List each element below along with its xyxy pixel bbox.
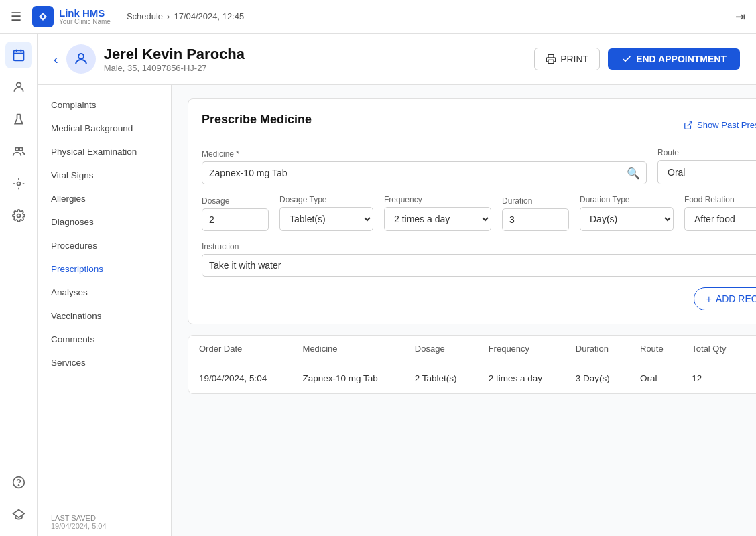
duration-type-label: Duration Type: [580, 195, 674, 204]
cell-duration: 3 Day(s): [565, 362, 629, 394]
dosage-row: Dosage Dosage Type Tablet(s) Capsule(s) …: [202, 195, 756, 231]
col-total-qty: Total Qty: [681, 336, 746, 362]
col-dosage: Dosage: [404, 336, 478, 362]
nav-icon-person[interactable]: [5, 74, 32, 100]
sidebar-item-allergies[interactable]: Allergies: [38, 187, 171, 210]
medicine-label: Medicine *: [202, 149, 647, 159]
duration-type-select[interactable]: Day(s) Week(s) Month(s): [580, 207, 674, 231]
medicine-route-row: Medicine * 🔍 Route Oral IV IM Topical: [202, 148, 756, 184]
instruction-row: Instruction: [202, 242, 756, 277]
cell-order-date: 19/04/2024, 5:04: [188, 362, 292, 394]
svg-point-6: [15, 147, 19, 151]
table-row: 19/04/2024, 5:04 Zapnex-10 mg Tab 2 Tabl…: [188, 362, 756, 394]
nav-icon-calendar[interactable]: [5, 42, 32, 68]
frequency-select[interactable]: Once a day 2 times a day 3 times a day 4…: [384, 207, 491, 231]
svg-point-12: [78, 54, 84, 59]
prescription-table: Order Date Medicine Dosage Frequency Dur…: [188, 335, 756, 394]
sidebar-item-medical-background[interactable]: Medical Background: [38, 117, 171, 140]
hamburger-icon[interactable]: ☰: [11, 9, 21, 24]
end-appointment-label: END APPOINTMENT: [636, 54, 727, 64]
end-appointment-button[interactable]: END APPOINTMENT: [608, 48, 740, 70]
prescribe-header: Prescribe Medicine Show Past Prescriptio…: [202, 113, 756, 137]
nav-icon-gear[interactable]: [5, 202, 32, 229]
last-saved-label: LAST SAVED: [51, 514, 107, 522]
duration-input[interactable]: [502, 208, 569, 231]
nav-icon-graduation[interactable]: [5, 501, 32, 528]
dosage-input[interactable]: [202, 208, 269, 231]
sidebar-item-prescriptions[interactable]: Prescriptions: [38, 257, 171, 281]
cell-dosage: 2 Tablet(s): [404, 362, 478, 394]
cell-frequency: 2 times a day: [478, 362, 565, 394]
route-select[interactable]: Oral IV IM Topical: [657, 160, 756, 184]
add-record-button[interactable]: + ADD RECORD: [694, 287, 756, 310]
medicine-field-group: Medicine * 🔍: [202, 149, 647, 184]
patient-header: ‹ Jerel Kevin Parocha Male, 35, 14097856…: [38, 34, 756, 85]
prescribe-title: Prescribe Medicine: [202, 113, 312, 127]
left-iconbar: [0, 34, 38, 536]
main-layout: ‹ Jerel Kevin Parocha Male, 35, 14097856…: [38, 34, 756, 536]
cell-total-qty: 12: [681, 362, 746, 394]
nav-icon-group[interactable]: [5, 138, 32, 165]
instruction-label: Instruction: [202, 242, 756, 251]
print-button[interactable]: PRINT: [534, 48, 600, 70]
logout-icon[interactable]: ⇥: [735, 10, 745, 23]
content-area: Complaints Medical Background Physical E…: [38, 85, 756, 536]
back-button[interactable]: ‹: [54, 52, 58, 67]
show-past-label: Show Past Prescriptions: [697, 120, 756, 130]
instruction-input[interactable]: [202, 254, 756, 277]
food-relation-select[interactable]: After food Before food With food: [684, 207, 756, 231]
svg-point-5: [16, 82, 21, 87]
add-record-plus-icon: +: [706, 293, 712, 304]
dosage-type-label: Dosage Type: [279, 195, 373, 204]
patient-info: Jerel Kevin Parocha Male, 35, 14097856-H…: [104, 46, 245, 73]
sidebar-item-analyses[interactable]: Analyses: [38, 281, 171, 304]
add-record-row: + ADD RECORD: [202, 287, 756, 310]
add-record-label: ADD RECORD: [716, 293, 756, 304]
nav-icon-tools[interactable]: [5, 170, 32, 197]
col-frequency: Frequency: [478, 336, 565, 362]
route-label: Route: [657, 148, 756, 157]
dosage-label: Dosage: [202, 196, 269, 206]
duration-field-group: Duration: [502, 196, 569, 231]
dosage-type-select[interactable]: Tablet(s) Capsule(s) ml mg: [279, 207, 373, 231]
app-name: Link HMS: [59, 8, 111, 18]
show-past-prescriptions-button[interactable]: Show Past Prescriptions: [684, 120, 756, 130]
svg-point-9: [17, 214, 20, 218]
logo-area: Link HMS Your Clinic Name: [32, 6, 111, 27]
sidebar-item-diagnoses[interactable]: Diagnoses: [38, 210, 171, 234]
duration-type-field-group: Duration Type Day(s) Week(s) Month(s): [580, 195, 674, 231]
main-panel: Prescribe Medicine Show Past Prescriptio…: [172, 85, 756, 536]
food-relation-label: Food Relation: [684, 195, 756, 204]
svg-line-14: [688, 121, 692, 125]
instruction-field-group: Instruction: [202, 242, 756, 277]
app-tagline: Your Clinic Name: [59, 18, 111, 25]
medicine-input-wrap: 🔍: [202, 161, 647, 184]
nav-icon-help[interactable]: [5, 469, 32, 496]
sidebar-item-services[interactable]: Services: [38, 351, 171, 375]
patient-name: Jerel Kevin Parocha: [104, 46, 245, 63]
nav-icon-flask[interactable]: [5, 106, 32, 133]
last-saved: LAST SAVED 19/04/2024, 5:04: [51, 514, 107, 530]
sidebar-item-physical-examination[interactable]: Physical Examination: [38, 140, 171, 163]
patient-header-actions: PRINT END APPOINTMENT: [534, 48, 740, 70]
col-route: Route: [629, 336, 681, 362]
svg-rect-1: [13, 50, 23, 60]
breadcrumb-current: 17/04/2024, 12:45: [174, 11, 244, 21]
dosage-type-field-group: Dosage Type Tablet(s) Capsule(s) ml mg: [279, 195, 373, 231]
top-navigation: ☰ Link HMS Your Clinic Name Schedule › 1…: [0, 0, 756, 34]
food-relation-field-group: Food Relation After food Before food Wit…: [684, 195, 756, 231]
sidebar-item-complaints[interactable]: Complaints: [38, 93, 171, 117]
svg-point-8: [17, 182, 20, 186]
dosage-field-group: Dosage: [202, 196, 269, 231]
sidebar-item-vaccinations[interactable]: Vaccinations: [38, 304, 171, 328]
cell-actions: [746, 362, 756, 394]
sidebar-item-comments[interactable]: Comments: [38, 328, 171, 351]
medicine-input[interactable]: [202, 161, 647, 184]
search-icon[interactable]: 🔍: [627, 167, 640, 180]
frequency-field-group: Frequency Once a day 2 times a day 3 tim…: [384, 195, 491, 231]
sidebar-item-vital-signs[interactable]: Vital Signs: [38, 163, 171, 187]
sidebar-item-procedures[interactable]: Procedures: [38, 234, 171, 257]
check-icon: [621, 54, 632, 64]
breadcrumb-parent[interactable]: Schedule: [127, 11, 163, 21]
cell-medicine: Zapnex-10 mg Tab: [292, 362, 404, 394]
